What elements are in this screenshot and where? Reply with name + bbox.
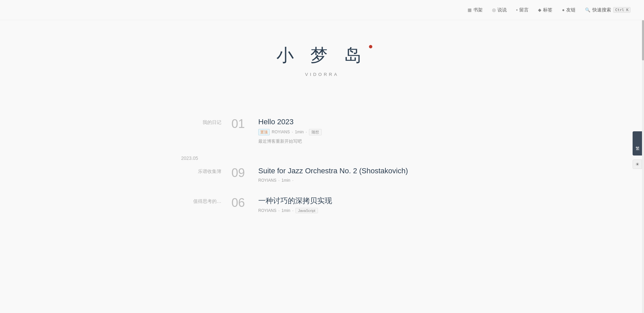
scrollbar-thumb[interactable] <box>642 20 644 60</box>
post-row-2: 值得思考的… 06 一种讨巧的深拷贝实现 ROYIANS · 1min · Ja… <box>178 196 466 216</box>
tags-icon: ◆ <box>538 7 541 12</box>
separator-2: · <box>278 178 279 183</box>
post-info-2: 一种讨巧的深拷贝实现 ROYIANS · 1min · JavaScript <box>258 196 466 216</box>
nav-tags[interactable]: ◆ 标签 <box>538 7 552 13</box>
header: ▦ 书架 ◎ 说说 ▪ 留言 ◆ 标签 ● 友链 🔍 快速搜索 Ctrl K <box>0 0 644 20</box>
post-number-0: 01 <box>231 117 258 130</box>
post-category-1: 乐谱收集簿 <box>178 166 231 175</box>
post-row-1: 乐谱收集簿 09 Suite for Jazz Orchestra No. 2 … <box>178 166 466 185</box>
nav-message[interactable]: ▪ 留言 <box>516 7 529 13</box>
post-number-1: 09 <box>231 166 258 179</box>
post-number-2: 06 <box>231 196 258 209</box>
post-section-1: 乐谱收集簿 09 Suite for Jazz Orchestra No. 2 … <box>178 166 466 185</box>
separator-4: · <box>278 208 279 213</box>
nav-friends-label: 友链 <box>566 7 576 13</box>
post-meta-0: 置顶 ROYIANS · 1min · 随想 <box>258 129 466 135</box>
bookshelf-icon: ▦ <box>468 7 472 12</box>
post-readtime-0: 1min <box>295 130 304 134</box>
nav-about[interactable]: ◎ 说说 <box>492 7 507 13</box>
post-readtime-1: 1min <box>281 178 290 183</box>
separator-0: · <box>292 130 293 134</box>
post-excerpt-0: 最近博客重新开始写吧 <box>258 138 466 145</box>
nav-bookshelf[interactable]: ▦ 书架 <box>468 7 483 13</box>
nav-bookshelf-label: 书架 <box>473 7 483 13</box>
separator-3: · <box>292 178 293 183</box>
search-label: 快速搜索 <box>592 7 611 13</box>
post-meta-1: ROYIANS · 1min · <box>258 178 466 183</box>
post-readtime-2: 1min <box>281 208 290 213</box>
sidebar-lang-btn[interactable]: 繁 <box>633 131 642 155</box>
sidebar-theme-btn[interactable]: ☀ <box>633 160 642 169</box>
post-title-2[interactable]: 一种讨巧的深拷贝实现 <box>258 196 466 206</box>
main-content: 我的日记 01 Hello 2023 置顶 ROYIANS · 1min · 随… <box>171 104 473 254</box>
post-section-2: 值得思考的… 06 一种讨巧的深拷贝实现 ROYIANS · 1min · Ja… <box>178 196 466 216</box>
post-category-0: 我的日记 <box>178 117 231 126</box>
main-nav: ▦ 书架 ◎ 说说 ▪ 留言 ◆ 标签 ● 友链 🔍 快速搜索 Ctrl K <box>468 7 631 13</box>
nav-message-label: 留言 <box>519 7 529 13</box>
post-section-0: 我的日记 01 Hello 2023 置顶 ROYIANS · 1min · 随… <box>178 117 466 145</box>
post-author-0: ROYIANS <box>272 130 290 134</box>
friends-icon: ● <box>562 7 565 12</box>
scrollbar-track <box>642 20 644 313</box>
date-label-1: 2023.05 <box>178 155 466 161</box>
post-row-0: 我的日记 01 Hello 2023 置顶 ROYIANS · 1min · 随… <box>178 117 466 145</box>
tag-cat-2: JavaScript <box>296 208 318 213</box>
tag-cat-0: 随想 <box>309 129 322 135</box>
message-icon: ▪ <box>516 7 518 12</box>
post-meta-2: ROYIANS · 1min · JavaScript <box>258 208 466 213</box>
post-title-1[interactable]: Suite for Jazz Orchestra No. 2 (Shostako… <box>258 166 466 176</box>
post-category-2: 值得思考的… <box>178 196 231 205</box>
post-author-1: ROYIANS <box>258 178 276 183</box>
search-icon: 🔍 <box>585 7 590 12</box>
nav-about-label: 说说 <box>497 7 507 13</box>
post-info-0: Hello 2023 置顶 ROYIANS · 1min · 随想 最近博客重新… <box>258 117 466 145</box>
separator-5: · <box>292 208 293 213</box>
nav-friends[interactable]: ● 友链 <box>562 7 576 13</box>
red-dot-decoration <box>369 45 372 48</box>
post-info-1: Suite for Jazz Orchestra No. 2 (Shostako… <box>258 166 466 185</box>
site-title: 小 梦 岛 <box>276 44 368 67</box>
tag-top-0: 置顶 <box>258 129 270 135</box>
quick-search-button[interactable]: 🔍 快速搜索 Ctrl K <box>585 7 631 13</box>
site-title-wrapper: 小 梦 岛 <box>276 44 368 67</box>
about-icon: ◎ <box>492 7 496 12</box>
search-shortcut: Ctrl K <box>613 7 631 13</box>
post-author-2: ROYIANS <box>258 208 276 213</box>
separator-1: · <box>306 130 307 134</box>
site-subtitle: VIDORRA <box>305 72 339 77</box>
nav-tags-label: 标签 <box>543 7 552 13</box>
post-title-0[interactable]: Hello 2023 <box>258 117 466 127</box>
